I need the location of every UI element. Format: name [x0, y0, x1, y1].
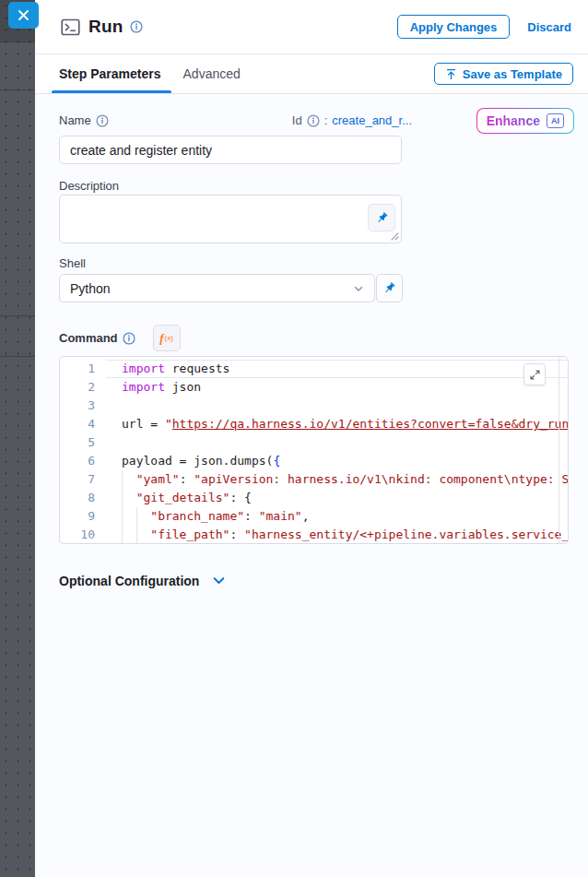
info-icon[interactable] — [96, 114, 109, 127]
line-number: 1 — [60, 360, 106, 378]
code-token — [122, 472, 136, 486]
enhance-ai-button[interactable]: Enhance AI — [476, 108, 574, 134]
shell-type-selector-button[interactable] — [376, 274, 403, 302]
line-number: 7 — [60, 470, 106, 489]
expand-icon — [529, 369, 541, 381]
info-icon[interactable] — [123, 332, 135, 345]
code-token: requests — [165, 361, 229, 375]
pin-icon — [375, 211, 389, 225]
code-token: : { — [229, 491, 251, 504]
line-number: 6 — [60, 452, 106, 470]
command-editor-lines: 1import requests2import json34url = "htt… — [60, 360, 568, 543]
pin-icon — [382, 281, 396, 295]
chevron-down-icon — [211, 573, 227, 588]
code-token: https://qa.harness.io/v1/entities?conver… — [172, 417, 568, 431]
apply-changes-button[interactable]: Apply Changes — [397, 15, 511, 39]
info-icon[interactable] — [307, 114, 320, 127]
indent-guide — [136, 507, 137, 526]
indent-guide — [122, 507, 123, 526]
description-type-selector-button[interactable] — [368, 204, 395, 231]
editor-ruler — [559, 357, 559, 543]
code-line[interactable]: 7 "yaml": "apiVersion: harness.io/v1\nki… — [60, 470, 568, 489]
fx-f: f — [159, 331, 163, 346]
code-token: "apiVersion: harness.io/v1\nkind: compon… — [194, 472, 568, 486]
id-separator: : — [324, 113, 328, 127]
command-label: Command — [59, 331, 118, 345]
command-label-group: Command — [59, 331, 135, 345]
indent-guide — [122, 526, 123, 544]
line-number: 9 — [60, 507, 106, 526]
indent-guide — [122, 470, 123, 489]
description-textarea[interactable] — [59, 195, 402, 243]
step-id-value: create_and_r... — [332, 113, 412, 127]
code-line[interactable]: 1import requests — [60, 360, 568, 378]
canvas-divider — [0, 315, 35, 316]
close-icon — [18, 9, 29, 21]
canvas-divider — [0, 89, 35, 90]
code-token: payload = json.dumps( — [122, 454, 273, 468]
shell-select[interactable]: Python — [59, 274, 375, 302]
code-token: "branch_name" — [150, 509, 244, 523]
id-label: Id — [292, 113, 302, 127]
close-drawer-button[interactable] — [8, 2, 39, 29]
code-token: import — [122, 361, 165, 375]
line-number: 2 — [60, 378, 106, 397]
code-line[interactable]: 2import json — [60, 378, 568, 397]
code-token: : — [180, 472, 194, 486]
chevron-down-icon — [352, 282, 365, 295]
pipeline-canvas-backdrop: Run Apply Changes Discard Step Parameter… — [0, 0, 588, 877]
info-icon[interactable] — [130, 20, 143, 33]
fx-sub: (x) — [165, 334, 173, 342]
code-token: { — [273, 454, 280, 468]
active-tab-underline — [52, 90, 171, 93]
code-token — [122, 491, 136, 504]
optional-configuration-toggle[interactable]: Optional Configuration — [59, 573, 227, 588]
indent-guide — [122, 489, 123, 507]
shell-label: Shell — [59, 256, 86, 270]
optional-configuration-label: Optional Configuration — [59, 574, 199, 588]
name-input[interactable] — [59, 136, 402, 164]
line-number: 5 — [60, 433, 106, 452]
step-config-drawer: Run Apply Changes Discard Step Parameter… — [35, 0, 588, 877]
discard-button[interactable]: Discard — [527, 20, 571, 34]
command-code-editor[interactable]: 1import requests2import json34url = "htt… — [59, 356, 569, 544]
code-token: " — [165, 417, 172, 431]
code-line[interactable]: 5 — [60, 433, 568, 452]
tab-advanced[interactable]: Advanced — [183, 66, 241, 81]
ai-badge: AI — [547, 113, 564, 128]
enhance-label: Enhance — [487, 113, 540, 128]
upload-icon — [445, 68, 457, 80]
step-parameters-panel: Name Id : create_and_r... — [35, 94, 588, 877]
name-label-group: Name — [59, 113, 109, 127]
code-token: , — [302, 509, 310, 523]
shell-selected-value: Python — [70, 281, 111, 296]
canvas-divider — [0, 41, 35, 42]
code-line[interactable]: 6payload = json.dumps({ — [60, 452, 568, 470]
resize-handle[interactable] — [391, 232, 399, 241]
code-line[interactable]: 8 "git_details": { — [60, 489, 568, 507]
code-token: "yaml" — [136, 472, 180, 486]
canvas-divider — [0, 356, 35, 357]
terminal-icon — [61, 18, 80, 37]
code-line[interactable]: 4url = "https://qa.harness.io/v1/entitie… — [60, 415, 568, 433]
expression-fx-button[interactable]: f(x) — [153, 325, 181, 351]
code-token: "harness_entity/<+pipeline.variables.ser… — [244, 527, 568, 541]
line-number: 8 — [60, 489, 106, 507]
code-token: "main" — [259, 509, 302, 523]
description-label: Description — [59, 179, 119, 193]
code-line[interactable]: 3 — [60, 397, 568, 415]
name-label: Name — [59, 113, 91, 127]
code-token: json — [165, 380, 201, 394]
code-token: "file_path" — [150, 527, 229, 541]
page-title: Run — [88, 17, 123, 37]
line-number: 4 — [60, 415, 106, 433]
code-line[interactable]: 10 "file_path": "harness_entity/<+pipeli… — [60, 526, 568, 544]
code-line[interactable]: 9 "branch_name": "main", — [60, 507, 568, 526]
save-as-template-button[interactable]: Save as Template — [434, 63, 573, 85]
line-number: 10 — [60, 526, 106, 544]
expand-editor-button[interactable] — [523, 363, 546, 385]
tab-step-parameters[interactable]: Step Parameters — [59, 66, 161, 81]
line-number: 3 — [60, 397, 106, 415]
code-token: "git_details" — [136, 491, 230, 504]
indent-guide — [136, 526, 137, 544]
